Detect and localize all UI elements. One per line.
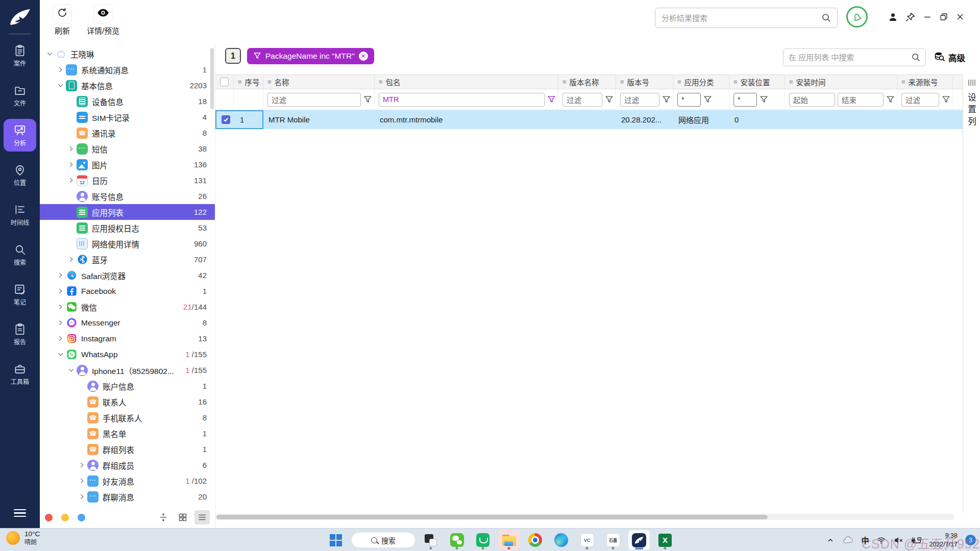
restore-icon[interactable] <box>938 11 949 22</box>
preview-button[interactable]: 详情/预览 <box>78 4 129 36</box>
chevron-right-icon[interactable] <box>56 318 65 328</box>
tree-item[interactable]: Facebook1 <box>40 283 215 299</box>
funnel-icon[interactable] <box>703 95 712 104</box>
chevron-right-icon[interactable] <box>56 271 65 280</box>
tree-item[interactable]: WhatsApp1 /155 <box>40 346 215 362</box>
funnel-icon[interactable] <box>886 95 895 104</box>
voov-meeting-icon[interactable]: VC <box>576 530 598 550</box>
filter-input-version_name[interactable]: 过滤 <box>562 93 602 107</box>
column-header-name[interactable]: ≡名称 <box>263 75 375 89</box>
nav-item-timeline[interactable]: 时间线 <box>4 198 36 231</box>
funnel-icon[interactable] <box>662 95 671 104</box>
chevron-down-icon[interactable] <box>45 49 54 59</box>
red-tag-dot[interactable] <box>45 514 53 521</box>
funnel-icon[interactable] <box>363 95 372 104</box>
tree-item[interactable]: Messenger8 <box>40 315 215 331</box>
column-header-version[interactable]: ≡版本号 <box>616 75 673 89</box>
shimo-docs-icon[interactable]: 石墨 <box>602 530 624 550</box>
row-checkbox[interactable] <box>222 115 230 124</box>
tree-item[interactable]: SIM卡记录4 <box>40 109 215 125</box>
result-page-badge[interactable]: 1 <box>225 48 241 64</box>
tree-item[interactable]: 短信38 <box>40 141 215 157</box>
wifi-icon[interactable] <box>876 536 886 544</box>
tree-item[interactable]: 账户信息1 <box>40 378 215 394</box>
chevron-right-icon[interactable] <box>56 334 65 343</box>
nav-item-notes[interactable]: 笔记 <box>4 278 36 311</box>
column-header-seq[interactable]: ≡序号 <box>234 75 263 89</box>
tree-item[interactable]: 群组列表1 <box>40 441 215 457</box>
tree-item[interactable]: 网络使用详情960 <box>40 236 215 252</box>
filter-input-install_loc[interactable]: * <box>733 93 757 107</box>
tree-item[interactable]: 微信21/144 <box>40 299 215 315</box>
taskbar-search-icon[interactable]: 搜索 <box>351 530 415 550</box>
excel-icon[interactable]: X <box>654 530 676 550</box>
chevron-down-icon[interactable] <box>66 366 76 375</box>
filter-input-name[interactable]: 过滤 <box>267 93 361 107</box>
tree-item[interactable]: 图片136 <box>40 157 215 172</box>
filter-input-version[interactable]: 过滤 <box>620 93 659 107</box>
yellow-tag-dot[interactable] <box>61 514 69 521</box>
tree-item[interactable]: 应用列表122 <box>40 204 215 220</box>
tree-item[interactable]: Iphone11（85259802...1 /155 <box>40 362 215 378</box>
chevron-down-icon[interactable] <box>56 81 65 90</box>
tree-item[interactable]: 王晓琳 <box>40 46 215 62</box>
tree-item[interactable]: 蓝牙707 <box>40 252 215 267</box>
chevron-right-icon[interactable] <box>66 144 76 154</box>
ethernet-plug-icon[interactable] <box>911 536 921 544</box>
nav-item-report[interactable]: 报告 <box>4 318 36 350</box>
nav-item-analysis[interactable]: 分析 <box>4 119 36 152</box>
onedrive-cloud-icon[interactable] <box>842 536 853 544</box>
tree-item[interactable]: 通讯录8 <box>40 125 215 141</box>
chevron-right-icon[interactable] <box>77 477 86 486</box>
chevron-right-icon[interactable] <box>56 65 65 74</box>
chevron-right-icon[interactable] <box>77 461 86 470</box>
chevron-right-icon[interactable] <box>66 176 76 185</box>
tree-item[interactable]: 系统通知消息1 <box>40 62 215 78</box>
advanced-search-button[interactable]: 高级 <box>934 51 965 64</box>
chip-close-icon[interactable]: ✕ <box>359 52 368 61</box>
funnel-icon[interactable] <box>942 95 950 104</box>
edge-icon[interactable] <box>550 530 572 550</box>
tree-item[interactable]: 黑名单1 <box>40 425 215 441</box>
menu-icon[interactable] <box>14 507 26 519</box>
chevron-right-icon[interactable] <box>77 492 86 502</box>
funnel-icon[interactable] <box>760 95 768 104</box>
nav-item-toolbox[interactable]: 工具箱 <box>4 358 36 390</box>
tree-item[interactable]: 日历131 <box>40 172 215 188</box>
selected-cell[interactable]: 1 <box>215 110 263 129</box>
file-explorer-icon[interactable] <box>498 530 520 550</box>
close-icon[interactable] <box>954 11 966 22</box>
filter-input-category[interactable]: * <box>677 93 701 107</box>
taskbar-clock[interactable]: 9:38 2022/7/17 <box>929 532 958 548</box>
column-settings-strip[interactable]: 设置列 <box>963 74 980 513</box>
ime-indicator[interactable]: 中 <box>861 535 869 545</box>
blue-tag-dot[interactable] <box>78 514 85 521</box>
filter-chip[interactable]: PackageName inc "MTR" ✕ <box>247 48 374 64</box>
tree-item[interactable]: Safari浏览器42 <box>40 267 215 283</box>
chrome-icon[interactable] <box>524 530 546 550</box>
tree-item[interactable]: 设备信息18 <box>40 93 215 109</box>
chevron-right-icon[interactable] <box>66 160 76 169</box>
protection-status-icon[interactable] <box>846 6 868 28</box>
funnel-icon[interactable] <box>547 95 556 104</box>
tree-item[interactable]: 好友消息1 /102 <box>40 473 215 489</box>
column-header-install_loc[interactable]: ≡安装位置 <box>729 75 785 89</box>
column-header-install_time[interactable]: ≡安装时间 <box>785 75 897 89</box>
chevron-down-icon[interactable] <box>56 350 65 359</box>
column-header-pkg[interactable]: ≡包名 <box>375 75 558 89</box>
chevron-right-icon[interactable] <box>56 287 65 296</box>
wechat-icon[interactable] <box>446 530 468 550</box>
nav-item-case[interactable]: 案件 <box>4 39 36 72</box>
column-header-category[interactable]: ≡应用分类 <box>673 75 729 89</box>
notification-badge[interactable]: 3 <box>965 535 976 545</box>
table-row[interactable]: 1MTR Mobilecom.mtr.mtrmobile20.28.202...… <box>215 110 963 129</box>
filter-start-install_time[interactable]: 起始 <box>789 93 835 107</box>
windows-start-icon[interactable] <box>325 530 347 550</box>
nav-item-search[interactable]: 搜索 <box>4 238 36 271</box>
nav-item-file[interactable]: 文件 <box>4 79 36 112</box>
funnel-icon[interactable] <box>605 95 614 104</box>
tree-item[interactable]: 账号信息26 <box>40 188 215 204</box>
chevron-right-icon[interactable] <box>66 255 76 264</box>
tree-item[interactable]: 手机联系人8 <box>40 410 215 425</box>
tree-item[interactable]: 联系人16 <box>40 394 215 410</box>
